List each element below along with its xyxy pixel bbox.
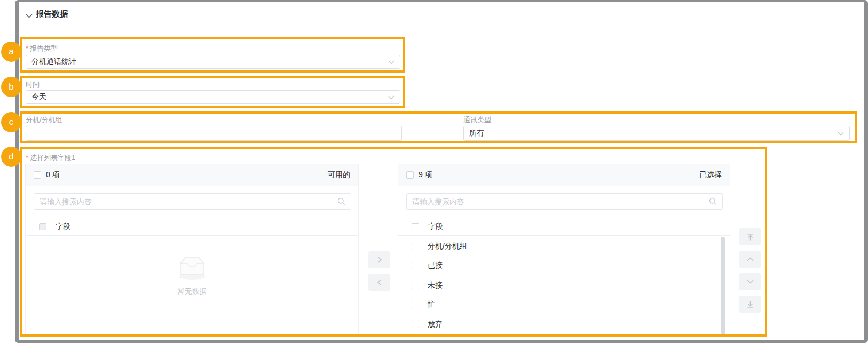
available-search-input[interactable] <box>40 197 337 206</box>
report-type-label: *报告类型 <box>26 44 58 53</box>
chevron-right-icon <box>376 256 383 264</box>
annotation-badge-d: d <box>1 147 21 167</box>
move-bottom-button[interactable] <box>739 296 761 313</box>
header-divider <box>19 28 864 28</box>
list-divider <box>26 235 358 236</box>
selected-panel-header: 9 项 已选择 <box>398 164 730 186</box>
comm-type-select[interactable]: 所有 <box>463 126 850 141</box>
list-fields-label: *选择列表字段1 <box>26 153 75 163</box>
available-search-box <box>34 193 351 210</box>
item-label: 未接 <box>428 281 443 290</box>
available-count: 0 项 <box>46 170 60 180</box>
required-mark: * <box>26 44 28 52</box>
move-to-bottom-icon <box>746 300 754 308</box>
list-divider <box>398 235 730 236</box>
chevron-up-icon <box>746 257 754 262</box>
move-to-top-icon <box>746 233 754 241</box>
move-top-button[interactable] <box>739 228 761 245</box>
list-fields-label-text: 选择列表字段1 <box>30 154 75 162</box>
chevron-left-icon <box>376 278 383 286</box>
report-settings-page: 报告数据 *报告类型 分机通话统计 时间 今天 分机/分机组 通讯类型 所有 *… <box>0 0 868 343</box>
annotation-badge-c: c <box>1 112 21 132</box>
annotation-badge-a: a <box>1 42 21 62</box>
list-item[interactable]: 忙 <box>398 295 730 314</box>
chevron-down-icon <box>388 60 394 65</box>
report-type-select[interactable]: 分机通话统计 <box>26 55 400 69</box>
search-icon <box>337 197 345 205</box>
report-type-label-text: 报告类型 <box>30 44 58 52</box>
move-up-button[interactable] <box>739 251 761 268</box>
available-column-checkbox[interactable] <box>39 223 46 230</box>
list-item[interactable]: 未接 <box>398 276 730 295</box>
selected-search-input[interactable] <box>412 197 709 206</box>
section-title: 报告数据 <box>36 9 68 19</box>
list-item[interactable]: 分机/分机组 <box>398 237 730 256</box>
item-checkbox[interactable] <box>412 301 419 308</box>
item-label: 已接 <box>428 261 443 270</box>
move-left-button[interactable] <box>368 274 390 291</box>
item-label: 放弃 <box>428 320 443 329</box>
empty-state: 暂无数据 <box>26 254 358 297</box>
time-value: 今天 <box>31 92 46 102</box>
selected-select-all-checkbox[interactable] <box>406 171 414 179</box>
time-select[interactable]: 今天 <box>26 90 400 104</box>
selected-count: 9 项 <box>419 170 432 180</box>
available-select-all-checkbox[interactable] <box>34 171 41 179</box>
available-column-header: 字段 <box>26 218 358 235</box>
comm-type-value: 所有 <box>469 129 484 138</box>
move-down-button[interactable] <box>739 273 761 290</box>
extension-input[interactable] <box>26 126 402 141</box>
time-label: 时间 <box>26 80 40 90</box>
comm-type-label: 通讯类型 <box>463 115 491 125</box>
selected-panel: 9 项 已选择 字段 分机/分机组 已接 未接 <box>398 164 730 337</box>
selected-column-checkbox[interactable] <box>412 223 419 230</box>
move-right-button[interactable] <box>368 251 390 268</box>
annotation-badge-b: b <box>1 77 21 97</box>
selected-title: 已选择 <box>699 170 722 180</box>
list-item[interactable]: 放弃 <box>398 315 730 334</box>
required-mark: * <box>26 154 28 162</box>
chevron-down-icon <box>388 95 394 100</box>
empty-box-icon <box>173 254 211 281</box>
available-title: 可用的 <box>328 170 350 180</box>
report-type-value: 分机通话统计 <box>31 57 76 67</box>
extension-label: 分机/分机组 <box>26 115 62 125</box>
chevron-down-icon <box>746 279 754 284</box>
list-item[interactable]: 已接 <box>398 256 730 275</box>
available-panel-header: 0 项 可用的 <box>26 164 358 186</box>
item-label: 分机/分机组 <box>428 242 467 251</box>
available-column-label: 字段 <box>56 222 70 232</box>
scrollbar[interactable] <box>721 237 725 336</box>
item-checkbox[interactable] <box>412 243 419 250</box>
search-icon <box>709 197 717 205</box>
selected-column-header: 字段 <box>398 218 730 235</box>
selected-column-label: 字段 <box>428 222 443 232</box>
collapse-chevron-icon[interactable] <box>26 13 33 18</box>
item-label: 忙 <box>428 300 435 309</box>
item-checkbox[interactable] <box>412 321 419 328</box>
selected-search-box <box>406 193 723 210</box>
empty-text: 暂无数据 <box>26 287 358 297</box>
available-panel: 0 项 可用的 字段 暂无数据 <box>25 164 359 337</box>
chevron-down-icon <box>838 132 844 136</box>
item-checkbox[interactable] <box>412 262 419 269</box>
item-checkbox[interactable] <box>412 282 419 289</box>
